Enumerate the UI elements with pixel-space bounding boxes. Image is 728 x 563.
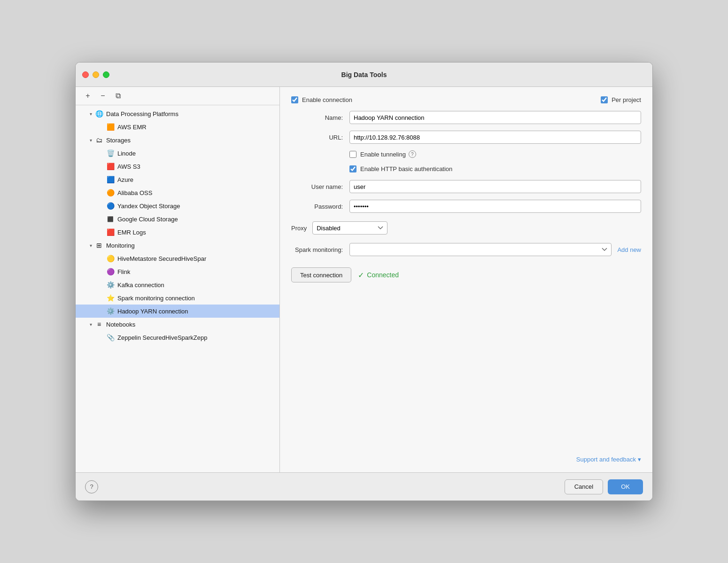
proxy-row: Proxy Disabled	[291, 221, 641, 235]
password-label: Password:	[291, 203, 343, 210]
alibaba-icon: 🟠	[106, 188, 115, 197]
enable-http-auth-checkbox[interactable]	[349, 165, 356, 172]
tree-item-label: AWS EMR	[117, 124, 147, 131]
emr-logs-icon: 🟥	[106, 227, 115, 237]
name-input[interactable]	[349, 111, 641, 124]
tree-item-google-cloud-storage[interactable]: ▾ ⬛ Google Cloud Storage	[76, 212, 279, 226]
hive-icon: 🟡	[106, 254, 115, 263]
tree-item-label: Flink	[117, 268, 130, 275]
tree-item-flink[interactable]: ▾ 🟣 Flink	[76, 265, 279, 278]
spark-monitoring-row: Spark monitoring: Add new	[291, 243, 641, 256]
right-panel: Per project Enable connection Name: URL:	[280, 87, 652, 472]
check-icon: ✓	[358, 271, 364, 280]
remove-button[interactable]: −	[96, 91, 109, 101]
tree-item-label: AWS S3	[117, 163, 140, 170]
spark-monitoring-select[interactable]	[349, 243, 612, 256]
spark-select-wrapper	[349, 243, 612, 256]
tree-item-storages[interactable]: ▾ 🗂 Storages	[76, 133, 279, 147]
toggle-icon: ▾	[87, 136, 94, 144]
spark-icon: ⭐	[106, 293, 115, 303]
proxy-select[interactable]: Disabled	[312, 221, 387, 235]
tree-item-azure[interactable]: ▾ 🟦 Azure	[76, 173, 279, 186]
connected-label: Connected	[367, 271, 399, 279]
support-feedback-label: Support and feedback	[576, 456, 636, 463]
maximize-button[interactable]	[103, 71, 109, 78]
tree-item-alibaba-oss[interactable]: ▾ 🟠 Alibaba OSS	[76, 186, 279, 199]
enable-tunneling-label: Enable tunneling	[360, 151, 406, 158]
per-project-checkbox-wrapper[interactable]: Per project	[601, 96, 641, 103]
enable-http-auth-row: Enable HTTP basic authentication	[349, 165, 641, 172]
tree-item-label: Data Processing Platforms	[106, 110, 178, 117]
tree-item-kafka[interactable]: ▾ ⚙️ Kafka connection	[76, 278, 279, 291]
enable-tunneling-row: Enable tunneling ?	[349, 150, 641, 158]
url-input[interactable]	[349, 131, 641, 144]
tunneling-help-icon[interactable]: ?	[409, 150, 416, 158]
tree-item-data-processing-platforms[interactable]: ▾ 🌐 Data Processing Platforms	[76, 107, 279, 120]
cancel-button[interactable]: Cancel	[565, 479, 603, 494]
add-button[interactable]: +	[81, 91, 94, 101]
tree-item-label: Alibaba OSS	[117, 189, 152, 196]
tree-item-emr-logs[interactable]: ▾ 🟥 EMR Logs	[76, 226, 279, 239]
tree-item-label: Notebooks	[106, 321, 135, 328]
enable-connection-checkbox[interactable]	[291, 96, 298, 103]
tree-item-label: Zeppelin SecuredHiveSparkZepp	[117, 334, 208, 341]
tree-item-label: Google Cloud Storage	[117, 216, 178, 223]
window: Big Data Tools + − ⧉ ▾ 🌐 Data Processing…	[75, 62, 653, 501]
zeppelin-icon: 📎	[106, 333, 115, 342]
enable-connection-label: Enable connection	[302, 96, 352, 103]
test-connection-button[interactable]: Test connection	[291, 267, 351, 282]
gcs-icon: ⬛	[106, 214, 115, 224]
help-button[interactable]: ?	[85, 480, 98, 493]
tree-item-aws-s3[interactable]: ▾ 🟥 AWS S3	[76, 160, 279, 173]
kafka-icon: ⚙️	[106, 280, 115, 289]
per-project-label: Per project	[612, 96, 641, 103]
aws-emr-icon: 🟧	[106, 122, 115, 132]
tree-item-notebooks[interactable]: ▾ ≡ Notebooks	[76, 318, 279, 331]
tree-item-hivemetastore[interactable]: ▾ 🟡 HiveMetastore SecuredHiveSpar	[76, 252, 279, 265]
spark-monitoring-label: Spark monitoring:	[291, 246, 343, 253]
close-button[interactable]	[82, 71, 89, 78]
group-icon: 🌐	[94, 109, 104, 118]
password-input[interactable]	[349, 200, 641, 213]
username-row: User name:	[291, 180, 641, 193]
bottom-buttons: Cancel OK	[565, 479, 643, 494]
per-project-checkbox[interactable]	[601, 96, 608, 103]
enable-tunneling-checkbox-wrapper[interactable]: Enable tunneling	[349, 151, 406, 158]
copy-button[interactable]: ⧉	[111, 91, 124, 101]
toolbar: + − ⧉	[76, 87, 279, 105]
tree-item-spark-monitoring[interactable]: ▾ ⭐ Spark monitoring connection	[76, 291, 279, 305]
ok-button[interactable]: OK	[608, 479, 643, 494]
enable-tunneling-checkbox[interactable]	[349, 151, 356, 158]
enable-connection-row: Enable connection	[291, 96, 641, 103]
tree-item-zeppelin[interactable]: ▾ 📎 Zeppelin SecuredHiveSparkZepp	[76, 331, 279, 344]
tree-item-hadoop-yarn[interactable]: ▾ ⚙️ Hadoop YARN connection	[76, 305, 279, 318]
tree-item-aws-emr[interactable]: ▾ 🟧 AWS EMR	[76, 120, 279, 133]
tree-item-monitoring[interactable]: ▾ ⊞ Monitoring	[76, 239, 279, 252]
minimize-button[interactable]	[93, 71, 99, 78]
window-title: Big Data Tools	[341, 71, 387, 78]
add-new-link[interactable]: Add new	[617, 246, 641, 253]
enable-connection-checkbox-wrapper[interactable]: Enable connection	[291, 96, 352, 103]
support-feedback-link[interactable]: Support and feedback ▾	[576, 456, 641, 463]
flink-icon: 🟣	[106, 267, 115, 276]
toggle-icon: ▾	[87, 110, 94, 117]
tree-item-label: Monitoring	[106, 242, 135, 249]
toggle-icon: ▾	[87, 321, 94, 328]
tree-item-label: Storages	[106, 137, 131, 144]
linode-icon: 🗑️	[106, 149, 115, 158]
tree-item-label: Kafka connection	[117, 282, 164, 289]
hadoop-icon: ⚙️	[106, 306, 115, 316]
proxy-label: Proxy	[291, 225, 307, 232]
left-panel: + − ⧉ ▾ 🌐 Data Processing Platforms ▾ 🟧 …	[76, 87, 280, 472]
traffic-lights	[82, 71, 109, 78]
enable-http-auth-checkbox-wrapper[interactable]: Enable HTTP basic authentication	[349, 165, 452, 172]
yandex-icon: 🔵	[106, 201, 115, 211]
username-input[interactable]	[349, 180, 641, 193]
connected-status: ✓ Connected	[358, 271, 399, 280]
username-label: User name:	[291, 183, 343, 190]
tree-item-label: Hadoop YARN connection	[117, 308, 188, 315]
url-label: URL:	[291, 134, 343, 141]
notebooks-icon: ≡	[94, 320, 104, 329]
tree-item-linode[interactable]: ▾ 🗑️ Linode	[76, 147, 279, 160]
tree-item-yandex[interactable]: ▾ 🔵 Yandex Object Storage	[76, 199, 279, 212]
